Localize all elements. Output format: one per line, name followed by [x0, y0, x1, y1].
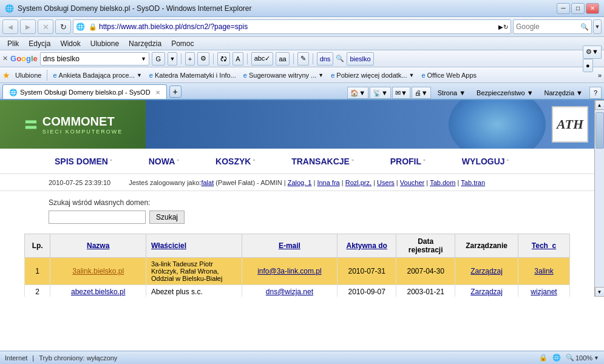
google-btn4[interactable]: A: [232, 52, 243, 66]
fav-dropdown-3[interactable]: ▼: [318, 72, 324, 78]
tech-link-1[interactable]: 3alink: [534, 267, 553, 275]
th-wlasciciel-link[interactable]: Właściciel: [151, 241, 186, 250]
search-options-button[interactable]: ▼: [593, 19, 602, 34]
google-search-box[interactable]: ▼: [40, 52, 149, 66]
link-zalog[interactable]: Zalog. 1: [288, 179, 312, 186]
mgmt-link-1[interactable]: Zarządzaj: [470, 267, 503, 275]
google-search-button[interactable]: G: [152, 52, 165, 66]
favorites-label[interactable]: Ulubione: [13, 70, 44, 80]
scroll-up-button[interactable]: ▲: [595, 100, 605, 110]
link-users[interactable]: Users: [377, 179, 395, 186]
zoom-dropdown-icon[interactable]: ▼: [594, 355, 599, 361]
google-search-input[interactable]: [43, 55, 141, 63]
url-input[interactable]: [99, 22, 498, 31]
google-options-button[interactable]: ⚙▼: [583, 46, 602, 59]
fav-item-1[interactable]: e Ankieta Badająca proce... ▼: [50, 70, 144, 80]
feeds-button[interactable]: 📡▼: [370, 87, 391, 99]
google-more-button[interactable]: ▼: [168, 52, 177, 66]
active-tab[interactable]: 🌐 System Obsługi Domeny bielsko.pl - Sys…: [2, 84, 167, 99]
domain-link-1[interactable]: 3alink.bielsko.pl: [72, 267, 124, 275]
th-email-link[interactable]: E-mail: [279, 241, 300, 250]
print-button[interactable]: 🖨▼: [412, 87, 431, 99]
nav-transakcje[interactable]: TRANSAKCJE": [273, 157, 372, 166]
domain-search-input[interactable]: [49, 211, 146, 224]
menu-pomoc[interactable]: Pomoc: [166, 39, 199, 48]
go-button[interactable]: ▶: [498, 24, 503, 30]
refresh-button[interactable]: ↻: [55, 19, 71, 34]
google-dropdown-icon[interactable]: ▼: [141, 56, 146, 62]
link-tabdom[interactable]: Tab.dom: [430, 179, 455, 186]
forward-button[interactable]: ►: [20, 19, 36, 34]
menu-edycja[interactable]: Edycja: [24, 39, 55, 48]
logo-sub: SIECI KOMPUTEROWE: [42, 129, 123, 135]
google-btn6[interactable]: aa: [276, 52, 289, 66]
menu-widok[interactable]: Widok: [55, 39, 85, 48]
maximize-button[interactable]: □: [571, 3, 585, 14]
google-dns-button[interactable]: dns: [317, 52, 334, 66]
th-tech-link[interactable]: Tech_c: [532, 241, 556, 250]
fav-item-5[interactable]: e Office Web Apps: [419, 70, 479, 80]
table-header-row: Lp. Nazwa Właściciel E-mail Aktywna do D…: [25, 234, 570, 258]
menu-ulubione[interactable]: Ulubione: [86, 39, 124, 48]
nav-nowa[interactable]: NOWA": [131, 157, 197, 166]
fav-item-3[interactable]: e Sugerowane witryny ... ▼: [241, 70, 326, 80]
home-button[interactable]: 🏠▼: [347, 87, 368, 99]
strona-button[interactable]: Strona ▼: [433, 87, 470, 98]
link-voucher[interactable]: Voucher: [400, 179, 424, 186]
google-settings-button[interactable]: ⚙: [197, 52, 209, 66]
status-zone: Internet: [5, 354, 27, 362]
menu-narzedzia[interactable]: Narzędzia: [124, 39, 166, 48]
scroll-track[interactable]: [595, 110, 604, 287]
minimize-button[interactable]: ─: [557, 3, 570, 14]
search-box[interactable]: 🔍: [513, 19, 592, 34]
search-input[interactable]: [516, 22, 580, 31]
favorites-bar-expand[interactable]: »: [598, 72, 602, 79]
bezpieczenstwo-button[interactable]: Bezpieczeństwo ▼: [472, 87, 537, 98]
google-extra-button[interactable]: ●: [583, 59, 593, 72]
domain-link-2[interactable]: abezet.bielsko.pl: [71, 288, 125, 296]
email-link-2[interactable]: dns@wizja.net: [266, 288, 313, 296]
google-btn7[interactable]: ✎: [297, 52, 309, 66]
stop-button[interactable]: ✕: [38, 19, 53, 34]
tech-link-2[interactable]: wizjanet: [531, 288, 557, 296]
fav-item-2[interactable]: e Katedra Matematyki i Info...: [147, 70, 239, 80]
google-btn3[interactable]: 🗘: [217, 52, 230, 66]
fav-item-4[interactable]: e Pobierz więcej dodatk... ▼: [328, 70, 416, 80]
nav-koszyk[interactable]: KOSZYK": [197, 157, 273, 166]
close-button[interactable]: ✕: [586, 3, 599, 14]
address-bar[interactable]: 🌐 🔒 ▶ ↻: [73, 19, 511, 34]
th-aktywna-link[interactable]: Aktywna do: [347, 241, 387, 250]
new-tab-button[interactable]: +: [169, 86, 182, 98]
google-btn5[interactable]: abc✓: [251, 52, 274, 66]
favorites-star-icon: ★: [2, 70, 10, 80]
nav-profil[interactable]: PROFIL": [372, 157, 444, 166]
back-button[interactable]: ◄: [2, 19, 18, 34]
google-bieslko-button[interactable]: bieslko: [347, 52, 373, 66]
narzedzia-button[interactable]: Narzędzia ▼: [540, 87, 587, 98]
fav-separator: [47, 70, 47, 81]
mail-button[interactable]: ✉▼: [392, 87, 410, 99]
google-add-button[interactable]: +: [185, 52, 195, 66]
mgmt-link-2[interactable]: Zarządzaj: [470, 288, 503, 296]
link-tabtran[interactable]: Tab.tran: [461, 179, 485, 186]
fav-dropdown-4[interactable]: ▼: [409, 72, 414, 78]
nav-wyloguj[interactable]: WYLOGUJ": [444, 157, 528, 166]
link-inna-fra[interactable]: Inna fra: [317, 179, 339, 186]
logo-text-block: COMMONET SIECI KOMPUTEROWE: [42, 115, 123, 135]
fav-dropdown-1[interactable]: ▼: [137, 72, 142, 78]
domain-search-button[interactable]: Szukaj: [149, 211, 185, 224]
scroll-thumb[interactable]: [596, 112, 604, 149]
link-rozl[interactable]: Rozl.prz.: [345, 179, 372, 186]
user-link[interactable]: falat: [201, 179, 214, 186]
refresh-addr-button[interactable]: ↻: [503, 24, 508, 30]
nav-spis-domen[interactable]: SPIS DOMEN": [36, 157, 131, 166]
cell-active-1: 2010-07-31: [338, 258, 396, 285]
email-link-1[interactable]: info@3a-link.com.pl: [257, 267, 322, 275]
menu-plik[interactable]: Plik: [2, 39, 24, 48]
scroll-down-button[interactable]: ▼: [595, 287, 605, 297]
tab-close-button[interactable]: ✕: [155, 89, 160, 96]
zoom-control[interactable]: 🔍 100% ▼: [566, 354, 599, 362]
close-toolbar-icon[interactable]: ✕: [2, 55, 8, 62]
help-button[interactable]: ?: [589, 87, 602, 99]
th-nazwa-link[interactable]: Nazwa: [87, 241, 109, 250]
